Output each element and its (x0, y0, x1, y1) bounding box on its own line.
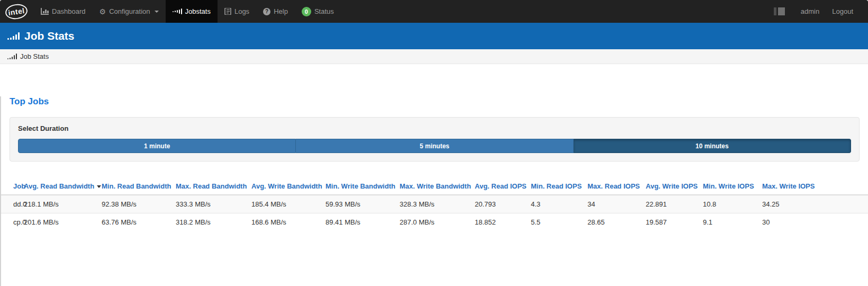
table-cell: 34 (584, 195, 643, 213)
nav-item-logs[interactable]: Logs (218, 0, 256, 23)
column-header[interactable]: Min. Write Bandwidth (322, 178, 396, 195)
table-cell: 4.3 (528, 195, 584, 213)
table-cell: 318.2 MB/s (173, 213, 248, 231)
sort-caret-icon (97, 185, 101, 188)
table-cell: 201.6 MB/s (21, 213, 98, 231)
top-navbar: intel Dashboard ⚙ Configuration (0, 0, 868, 23)
help-icon: ? (263, 8, 270, 15)
table-cell: 20.793 (472, 195, 528, 213)
user-icon (774, 7, 785, 15)
nav-item-label: Jobstats (185, 7, 211, 15)
breadcrumb: Job Stats (0, 49, 868, 64)
column-header[interactable]: Job (1, 178, 21, 195)
gear-icon: ⚙ (100, 8, 106, 15)
table-header-row: JobAvg. Read BandwidthMin. Read Bandwidt… (1, 178, 868, 195)
column-header[interactable]: Min. Read IOPS (528, 178, 584, 195)
column-header[interactable]: Avg. Write IOPS (643, 178, 700, 195)
column-header[interactable]: Avg. Write Bandwidth (248, 178, 322, 195)
chevron-down-icon (155, 11, 159, 13)
table-cell: 18.852 (472, 213, 528, 231)
duration-panel: Select Duration 1 minute 5 minutes 10 mi… (10, 117, 860, 162)
table-cell: 287.0 MB/s (396, 213, 472, 231)
navbar-left: intel Dashboard ⚙ Configuration (0, 0, 341, 23)
main-content: Top Jobs Select Duration 1 minute 5 minu… (0, 96, 868, 286)
signal-icon (7, 53, 17, 59)
table-cell: 28.65 (584, 213, 643, 231)
signal-icon (7, 32, 20, 40)
dashboard-icon (41, 8, 49, 15)
duration-button-1-minute[interactable]: 1 minute (18, 139, 296, 153)
top-jobs-table: JobAvg. Read BandwidthMin. Read Bandwidt… (1, 178, 868, 231)
duration-panel-label: Select Duration (18, 124, 851, 132)
table-cell: 185.4 MB/s (248, 195, 322, 213)
duration-button-5-minutes[interactable]: 5 minutes (296, 139, 573, 153)
table-row: cp.0201.6 MB/s63.76 MB/s318.2 MB/s168.6 … (1, 213, 868, 231)
table-cell: 22.891 (643, 195, 700, 213)
table-cell: 333.3 MB/s (173, 195, 248, 213)
table-cell: 59.93 MB/s (322, 195, 396, 213)
table-cell: 10.8 (700, 195, 759, 213)
nav-item-label: Configuration (109, 7, 150, 15)
column-header[interactable]: Min. Write IOPS (700, 178, 759, 195)
username[interactable]: admin (794, 7, 826, 15)
signal-icon (173, 8, 182, 14)
table-cell: 30 (759, 213, 868, 231)
nav-item-configuration[interactable]: ⚙ Configuration (93, 0, 166, 23)
nav-item-label: Status (314, 7, 334, 15)
status-badge: 0 (302, 7, 311, 16)
table-cell: 63.76 MB/s (98, 213, 173, 231)
table-cell: 34.25 (759, 195, 868, 213)
table-cell: dd.0 (1, 195, 21, 213)
duration-button-10-minutes[interactable]: 10 minutes (574, 139, 851, 153)
table-cell: cp.0 (1, 213, 21, 231)
duration-button-group: 1 minute 5 minutes 10 minutes (18, 139, 851, 153)
column-header[interactable]: Avg. Read Bandwidth (21, 178, 98, 195)
column-header[interactable]: Min. Read Bandwidth (98, 178, 173, 195)
nav-item-help[interactable]: ? Help (256, 0, 295, 23)
table-cell: 218.1 MB/s (21, 195, 98, 213)
column-header[interactable]: Max. Write IOPS (759, 178, 868, 195)
nav-item-jobstats[interactable]: Jobstats (166, 0, 218, 23)
intel-logo-icon: intel (4, 3, 28, 21)
brand[interactable]: intel (0, 0, 34, 23)
table-cell: 9.1 (700, 213, 759, 231)
navbar-right: admin Logout (774, 0, 868, 23)
section-title: Top Jobs (10, 96, 868, 107)
nav-item-label: Dashboard (52, 7, 86, 15)
nav-item-dashboard[interactable]: Dashboard (34, 0, 93, 23)
nav-item-label: Logs (234, 7, 249, 15)
page-title: Job Stats (24, 30, 75, 42)
column-header[interactable]: Max. Read IOPS (584, 178, 643, 195)
logout-button[interactable]: Logout (826, 7, 860, 15)
column-header[interactable]: Avg. Read IOPS (472, 178, 528, 195)
breadcrumb-label: Job Stats (20, 52, 49, 60)
column-header[interactable]: Max. Read Bandwidth (173, 178, 248, 195)
page-header: Job Stats (0, 23, 868, 49)
table-cell: 328.3 MB/s (396, 195, 472, 213)
logs-icon (224, 8, 231, 15)
nav-item-status[interactable]: 0 Status (295, 0, 341, 23)
table-row: dd.0218.1 MB/s92.38 MB/s333.3 MB/s185.4 … (1, 195, 868, 213)
table-body: dd.0218.1 MB/s92.38 MB/s333.3 MB/s185.4 … (1, 195, 868, 231)
table-cell: 19.587 (643, 213, 700, 231)
table-cell: 92.38 MB/s (98, 195, 173, 213)
table-cell: 5.5 (528, 213, 584, 231)
table-cell: 89.41 MB/s (322, 213, 396, 231)
column-header[interactable]: Max. Write Bandwidth (396, 178, 472, 195)
nav-item-label: Help (274, 7, 288, 15)
table-cell: 168.6 MB/s (248, 213, 322, 231)
